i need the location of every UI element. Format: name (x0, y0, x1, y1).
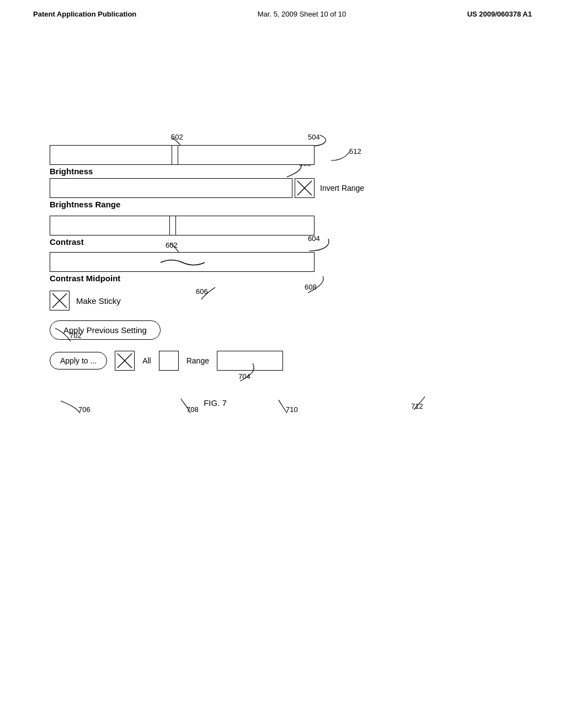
contrast-slider-track[interactable] (50, 216, 315, 235)
make-sticky-label: Make Sticky (76, 296, 121, 306)
x-icon (296, 180, 313, 196)
range-input-box[interactable] (217, 351, 283, 371)
annot-712: 712 (411, 402, 423, 410)
make-sticky-x-icon (51, 292, 68, 309)
brightness-range-row: Invert Range (50, 178, 502, 198)
fig-label: FIG. 7 (50, 398, 381, 408)
header-center: Mar. 5, 2009 Sheet 10 of 10 (258, 10, 346, 18)
brightness-slider-thumb[interactable] (172, 146, 178, 164)
all-x-icon (116, 352, 133, 369)
contrast-label: Contrast (50, 237, 502, 247)
annot-502: 502 (171, 133, 183, 141)
header-left: Patent Application Publication (33, 10, 136, 18)
header-right: US 2009/060378 A1 (467, 10, 532, 18)
annot-706: 706 (78, 405, 90, 414)
invert-range-section: Invert Range Brightness Range (50, 178, 502, 209)
apply-previous-button[interactable]: Apply Previous Setting (50, 320, 161, 340)
contrast-slider-thumb[interactable] (169, 216, 176, 235)
bottom-row: Apply to ... All Range (50, 351, 502, 371)
apply-previous-section: Apply Previous Setting (50, 320, 502, 340)
contrast-midpoint-track[interactable] (50, 252, 315, 272)
brightness-label: Brightness (50, 167, 502, 176)
apply-to-button[interactable]: Apply to ... (50, 352, 107, 370)
annot-504: 504 (308, 133, 320, 141)
midpoint-wave-icon (50, 253, 315, 272)
main-content: 504 502 512 508 506 Brightness (0, 24, 565, 719)
invert-range-label: Invert Range (320, 184, 364, 192)
invert-range-checkbox[interactable] (295, 178, 315, 198)
brightness-range-track[interactable] (50, 178, 292, 198)
annot-608: 608 (305, 283, 317, 291)
annot-708: 708 (186, 405, 199, 414)
contrast-section: Contrast (50, 216, 502, 247)
make-sticky-section: Make Sticky (50, 291, 502, 311)
all-checkbox[interactable] (115, 351, 135, 371)
range-checkbox[interactable] (159, 351, 179, 371)
annot-702: 702 (70, 331, 82, 340)
annot-606: 606 (196, 287, 208, 296)
annot-704: 704 (238, 372, 250, 381)
annot-710: 710 (286, 405, 298, 414)
brightness-slider-track[interactable] (50, 145, 315, 165)
page-header: Patent Application Publication Mar. 5, 2… (0, 0, 565, 24)
brightness-range-label: Brightness Range (50, 200, 502, 209)
brightness-section: Brightness (50, 145, 502, 176)
contrast-midpoint-label: Contrast Midpoint (50, 274, 502, 283)
make-sticky-checkbox[interactable] (50, 291, 70, 311)
range-label: Range (186, 356, 209, 365)
contrast-midpoint-section: Contrast Midpoint (50, 252, 502, 283)
all-label: All (142, 356, 151, 365)
